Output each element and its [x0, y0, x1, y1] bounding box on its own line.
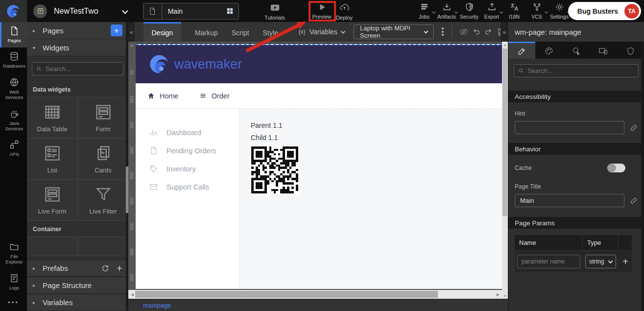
nav-item-order[interactable]: Order	[199, 92, 230, 100]
canvas-horizontal-scrollbar[interactable]: ◀ ▶	[128, 290, 502, 299]
widget-search[interactable]	[32, 62, 123, 75]
bar-chart-icon	[149, 128, 158, 137]
property-search[interactable]	[514, 64, 639, 77]
widget-search-input[interactable]	[46, 65, 119, 72]
tab-security[interactable]	[617, 42, 644, 59]
deploy-button[interactable]: Deploy	[330, 2, 359, 21]
menu-item-dashboard[interactable]: Dashboard	[136, 123, 239, 142]
prefabs-accordion[interactable]: ▸ Prefabs +	[27, 260, 128, 277]
pages-accordion[interactable]: ▸ Pages +	[27, 22, 128, 39]
child-label-widget[interactable]: Child 1.1	[251, 134, 502, 142]
page-header-widget[interactable]: wavemaker	[136, 45, 502, 83]
widget-cards[interactable]: Cards	[78, 139, 128, 179]
section-page-params[interactable]: Page Params	[508, 217, 644, 229]
panel-scrollbar-thumb[interactable]	[126, 167, 128, 213]
device-dropdown[interactable]: Laptop with MDPI Screen	[354, 24, 434, 39]
menu-item-inventory[interactable]: Inventory	[136, 160, 239, 178]
horizontal-scrollbar-thumb[interactable]	[135, 291, 438, 298]
rail-item-web-services[interactable]: Web Services	[0, 73, 27, 105]
tab-script[interactable]: Script	[232, 22, 249, 42]
redo-button[interactable]	[482, 27, 495, 36]
widget-live-form[interactable]: Live Form	[27, 180, 77, 220]
more-options-icon[interactable]: •••	[0, 295, 27, 311]
wave-logo-icon	[6, 3, 22, 19]
scroll-left-icon[interactable]: ◀	[129, 290, 135, 299]
open-page-tab[interactable]: mainpage	[143, 302, 171, 309]
add-param-button[interactable]: +	[619, 251, 632, 272]
rail-item-java-services[interactable]: Java Services	[0, 105, 27, 136]
scroll-down-icon[interactable]: ▼	[502, 293, 508, 299]
export-button[interactable]: Export	[480, 2, 503, 20]
tab-properties[interactable]	[508, 42, 535, 59]
hint-input[interactable]	[515, 121, 624, 134]
grid-icon[interactable]	[226, 7, 234, 15]
expand-right-icon[interactable]: »	[501, 22, 508, 42]
preview-eye-button[interactable]	[457, 27, 470, 37]
tab-design[interactable]: Design	[143, 22, 182, 42]
bind-link-icon[interactable]	[630, 197, 638, 205]
widget-list[interactable]: List	[27, 139, 77, 179]
variables-button[interactable]: {x} Variables	[299, 28, 345, 36]
param-type-select[interactable]: string	[585, 255, 616, 268]
tab-styles[interactable]	[535, 42, 562, 59]
canvas-vertical-scrollbar[interactable]: ▲ ▼	[502, 42, 508, 299]
rail-item-file-explorer[interactable]: File Explorer	[0, 238, 27, 269]
param-name-input[interactable]	[517, 255, 580, 268]
chevron-down-icon[interactable]	[123, 7, 127, 16]
settings-button[interactable]: Settings	[548, 2, 571, 20]
project-menu[interactable]: NewTestTwo	[33, 4, 127, 18]
security-button[interactable]: Security	[458, 2, 480, 20]
parent-label-widget[interactable]: Parent 1.1	[251, 121, 502, 129]
page-title-input[interactable]	[515, 194, 624, 207]
cache-toggle[interactable]	[607, 164, 625, 172]
i18n-button[interactable]: I18N	[503, 2, 525, 20]
widgets-accordion[interactable]: ▾ Widgets	[27, 39, 128, 56]
qr-code[interactable]	[251, 146, 299, 194]
bind-link-icon[interactable]	[630, 124, 638, 132]
widget-data-table[interactable]: Data Table	[27, 97, 77, 138]
wavemaker-logo[interactable]	[0, 0, 27, 22]
section-accessibility[interactable]: Accessibility	[508, 91, 644, 102]
rail-item-logs[interactable]: Logs	[0, 269, 27, 295]
menu-label: Inventory	[167, 165, 196, 173]
vertical-scrollbar-thumb[interactable]	[502, 48, 507, 216]
page-selector[interactable]: Main	[143, 3, 239, 20]
widget-form[interactable]: Form	[78, 97, 128, 138]
refresh-icon[interactable]	[101, 264, 109, 272]
canvas-more-menu[interactable]: •••	[440, 27, 445, 37]
download-icon	[442, 2, 452, 12]
tab-devices[interactable]	[590, 42, 617, 59]
scroll-right-icon[interactable]: ▶	[495, 290, 501, 299]
property-search-input[interactable]	[527, 67, 634, 74]
widget-live-filter[interactable]: Live Filter	[78, 180, 128, 220]
menu-item-support-calls[interactable]: Support Calls	[136, 178, 239, 196]
widget-container-partial[interactable]	[27, 237, 77, 256]
rail-item-apis[interactable]: APIs	[0, 136, 27, 161]
nav-item-home[interactable]: Home	[147, 92, 179, 100]
section-behavior[interactable]: Behavior	[508, 143, 644, 155]
vcs-button[interactable]: VCS	[525, 2, 548, 20]
param-actions-header	[619, 235, 632, 251]
team-button[interactable]: Bug Busters TA	[568, 2, 641, 20]
tab-markup[interactable]: Markup	[195, 22, 218, 42]
page-structure-accordion[interactable]: ▸ Page Structure	[27, 277, 128, 294]
user-avatar[interactable]: TA	[624, 4, 639, 19]
rail-item-pages[interactable]: Pages	[0, 22, 27, 48]
variables-accordion[interactable]: ▸ Variables	[27, 294, 128, 311]
menu-item-pending-orders[interactable]: Pending Orders	[136, 142, 239, 160]
artifacts-button[interactable]: Artifacts	[435, 2, 458, 20]
collapse-left-icon[interactable]: «	[128, 22, 135, 42]
scroll-up-icon[interactable]: ▲	[502, 42, 508, 48]
data-widgets-group-label: Data widgets	[27, 81, 128, 97]
add-page-button[interactable]: +	[111, 24, 122, 36]
add-prefab-button[interactable]: +	[117, 263, 122, 273]
widget-container-partial[interactable]	[78, 237, 128, 256]
tab-style[interactable]: Style	[263, 22, 278, 42]
panel-scrollbar[interactable]	[126, 22, 128, 311]
designed-page[interactable]: wavemaker Home Order	[136, 44, 502, 289]
jobs-button[interactable]: Jobs	[413, 2, 435, 20]
tutorials-button[interactable]: Tutorials	[258, 2, 292, 21]
undo-button[interactable]	[470, 27, 483, 36]
rail-item-databases[interactable]: Databases	[0, 48, 27, 73]
tab-events[interactable]	[563, 42, 590, 59]
